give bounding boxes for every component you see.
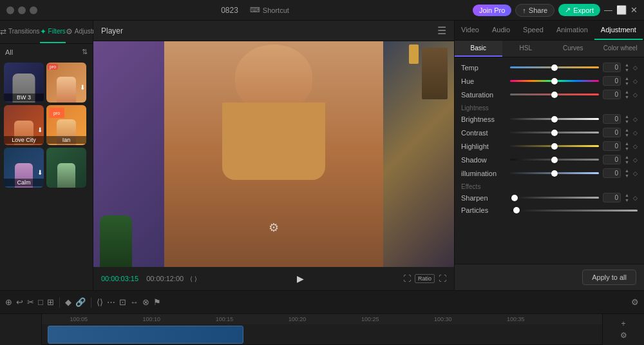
window-minimize-icon[interactable]: —	[604, 5, 612, 15]
tab-audio[interactable]: Audio	[486, 21, 516, 40]
temp-slider[interactable]	[510, 66, 599, 68]
contrast-down[interactable]: ▼	[625, 133, 629, 137]
tl-right-icon-2[interactable]: ⚙	[620, 331, 627, 340]
contrast-reset[interactable]: ◇	[633, 130, 638, 136]
shadow-slider[interactable]	[510, 159, 599, 161]
tab-animation[interactable]: Animation	[550, 21, 594, 40]
tl-undo-icon[interactable]: ↩	[16, 297, 23, 307]
sat-up[interactable]: ▲	[625, 90, 629, 94]
highlight-spinner[interactable]: ▲ ▼	[625, 141, 629, 151]
highlight-slider[interactable]	[510, 145, 599, 147]
tl-extra1[interactable]: ⟨⟩	[97, 297, 103, 307]
filter-label-ian: Ian	[46, 136, 86, 144]
contrast-spinner[interactable]: ▲ ▼	[625, 128, 629, 137]
subtab-colorwheel[interactable]: Color wheel	[597, 41, 645, 57]
sharpen-up[interactable]: ▲	[625, 193, 629, 197]
filter-sort-icon[interactable]: ⇅	[82, 48, 88, 56]
subtab-hsl[interactable]: HSL	[502, 41, 550, 57]
illum-up[interactable]: ▲	[625, 168, 629, 173]
filter-item-bw3[interactable]: BW 3	[4, 63, 44, 103]
temp-spinner[interactable]: ▲ ▼	[625, 63, 629, 72]
tab-transitions[interactable]: ⇄ Transitions	[0, 21, 40, 43]
tl-box-icon[interactable]: □	[38, 297, 43, 307]
brightness-reset[interactable]: ◇	[633, 116, 638, 123]
apply-all-button[interactable]: Apply to all	[582, 270, 636, 285]
sat-down[interactable]: ▼	[625, 95, 629, 99]
sharpen-spinner[interactable]: ▲ ▼	[625, 193, 629, 202]
track-clip-1[interactable]	[48, 326, 244, 344]
tl-extra5[interactable]: ⊗	[142, 297, 149, 307]
export-button[interactable]: ↗ Export	[558, 4, 600, 16]
shadow-up[interactable]: ▲	[625, 155, 629, 159]
contrast-up[interactable]: ▲	[625, 128, 629, 132]
window-maximize-icon[interactable]: ⬜	[616, 5, 627, 15]
illumination-reset[interactable]: ◇	[633, 170, 638, 177]
bright-up[interactable]: ▲	[625, 114, 629, 119]
tl-grid-icon[interactable]: ⊞	[47, 297, 54, 307]
video-center-icon[interactable]: ⚙	[269, 221, 279, 235]
tl-extra3[interactable]: ⊡	[119, 297, 126, 307]
tl-right-icon-1[interactable]: +	[621, 319, 625, 328]
tab-adjustment[interactable]: Adjustment	[594, 21, 643, 40]
tl-settings-icon[interactable]: ⚙	[631, 297, 639, 307]
highlight-up[interactable]: ▲	[625, 141, 629, 146]
filter-item-extra[interactable]	[46, 148, 86, 188]
saturation-spinner[interactable]: ▲ ▼	[625, 90, 629, 99]
window-close-icon[interactable]: ✕	[630, 5, 638, 15]
window-maximize-btn[interactable]	[30, 6, 37, 14]
tab-speed[interactable]: Speed	[516, 21, 550, 40]
right-panel: Video Audio Speed Animation Adjustment B…	[454, 21, 644, 290]
hue-slider[interactable]	[510, 80, 599, 82]
sharpen-slider[interactable]	[510, 197, 599, 199]
window-close-btn[interactable]	[6, 6, 14, 14]
tl-extra4[interactable]: ↔	[130, 297, 138, 307]
temp-up[interactable]: ▲	[625, 63, 629, 67]
brightness-slider[interactable]	[510, 118, 599, 120]
hue-reset[interactable]: ◇	[633, 78, 638, 84]
player-menu-icon[interactable]: ☰	[437, 25, 446, 37]
illumination-slider[interactable]	[510, 172, 599, 174]
illumination-spinner[interactable]: ▲ ▼	[625, 168, 629, 178]
highlight-down[interactable]: ▼	[625, 146, 629, 151]
bright-down[interactable]: ▼	[625, 119, 629, 124]
brightness-spinner[interactable]: ▲ ▼	[625, 114, 629, 124]
subtab-basic[interactable]: Basic	[455, 41, 502, 57]
sharpen-down[interactable]: ▼	[625, 198, 629, 202]
filter-item-calm[interactable]: Calm ⬇	[4, 148, 44, 188]
saturation-reset[interactable]: ◇	[633, 92, 638, 98]
tl-extra6[interactable]: ⚑	[153, 297, 161, 307]
temp-reset[interactable]: ◇	[633, 64, 638, 71]
tab-video[interactable]: Video	[455, 21, 486, 40]
join-pro-button[interactable]: Join Pro	[473, 5, 511, 16]
hue-spinner[interactable]: ▲ ▼	[625, 76, 629, 86]
tl-extra2[interactable]: ⋯	[107, 297, 115, 307]
filter-item-lovecity[interactable]: Love City ⬇	[4, 105, 44, 145]
filter-item-pro1[interactable]: pro ⬇	[46, 63, 86, 103]
tl-link-icon[interactable]: 🔗	[75, 297, 86, 307]
subtab-curves[interactable]: Curves	[549, 41, 597, 57]
shadow-spinner[interactable]: ▲ ▼	[625, 155, 629, 164]
hue-up[interactable]: ▲	[625, 76, 629, 81]
tl-marker-icon[interactable]: ◆	[65, 297, 71, 307]
shadow-down[interactable]: ▼	[625, 160, 629, 164]
window-minimize-btn[interactable]	[18, 6, 26, 14]
contrast-slider[interactable]	[510, 132, 599, 133]
play-button[interactable]: ▶	[293, 271, 307, 286]
particles-slider[interactable]	[510, 210, 638, 212]
tl-cut-icon[interactable]: ✂	[27, 297, 34, 307]
illum-down[interactable]: ▼	[625, 173, 629, 178]
crop-icon[interactable]: ⛶	[403, 274, 411, 283]
hue-down[interactable]: ▼	[625, 81, 629, 86]
saturation-slider[interactable]	[510, 94, 599, 95]
shadow-reset[interactable]: ◇	[633, 157, 638, 163]
highlight-reset[interactable]: ◇	[633, 143, 638, 150]
filter-item-ian[interactable]: pro Ian	[46, 105, 86, 145]
share-button[interactable]: ↑ Share	[515, 4, 554, 17]
ratio-badge[interactable]: Ratio	[415, 274, 435, 283]
sharpen-reset[interactable]: ◇	[633, 195, 638, 201]
tl-target-icon[interactable]: ⊕	[5, 297, 12, 307]
temp-down[interactable]: ▼	[625, 68, 629, 72]
timeline-track[interactable]: 100:05 100:10 100:15 100:20 100:25 100:3…	[42, 314, 602, 345]
fullscreen-icon[interactable]: ⛶	[439, 274, 446, 283]
tab-filters[interactable]: ✦ Filters	[40, 21, 66, 43]
